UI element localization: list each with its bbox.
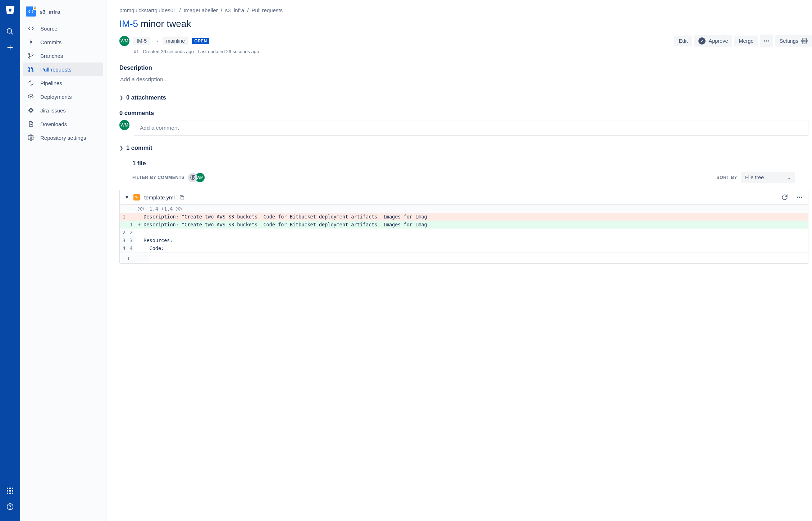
commits-toggle[interactable]: ❯ 1 commit [119, 144, 812, 151]
source-branch[interactable]: IM-5 [133, 37, 150, 45]
sidebar-item-commits[interactable]: Commits [23, 35, 103, 49]
chevron-down-icon[interactable]: ▼ [125, 195, 129, 200]
attachments-heading: 0 attachments [126, 94, 166, 101]
svg-point-27 [764, 40, 765, 41]
chevron-right-icon: ❯ [119, 95, 123, 100]
file-more-icon[interactable] [796, 194, 803, 201]
attachments-toggle[interactable]: ❯ 0 attachments [119, 94, 812, 101]
breadcrumb-project[interactable]: ImageLabeller [184, 7, 218, 13]
svg-point-20 [32, 54, 33, 55]
svg-rect-31 [181, 196, 184, 199]
source-icon [27, 25, 35, 32]
files-heading: 1 file [132, 160, 812, 167]
commits-heading: 1 commit [126, 144, 152, 151]
pull-requests-icon [27, 66, 35, 73]
create-button[interactable] [4, 42, 16, 53]
breadcrumb-separator: / [179, 7, 181, 13]
breadcrumb-workspace[interactable]: pmmquickstartguides01 [119, 7, 176, 13]
sidebar-item-pipelines[interactable]: Pipelines [23, 76, 103, 90]
sidebar-item-repo-settings[interactable]: Repository settings [23, 131, 103, 144]
breadcrumb-separator: / [221, 7, 222, 13]
diff-line[interactable]: 22 [120, 229, 808, 236]
sidebar-item-pull-requests[interactable]: Pull requests [23, 63, 103, 76]
breadcrumbs: pmmquickstartguides01 / ImageLabeller / … [119, 7, 812, 13]
project-header[interactable]: 🔒 s3_infra [23, 6, 103, 22]
comments-heading: 0 comments [119, 110, 812, 116]
file-diff-card: ▼ ✎ template.yml @@ -1,4 +1,4 @@ 1- Desc… [119, 190, 808, 264]
diff-view: @@ -1,4 +1,4 @@ 1- Description: "Create … [120, 205, 808, 263]
diff-line[interactable]: 1+ Description: "Create two AWS S3 bucke… [120, 221, 808, 229]
svg-rect-5 [9, 488, 11, 489]
help-button[interactable] [4, 501, 16, 512]
expand-down-icon: ↓ [121, 254, 136, 262]
pr-issue-link[interactable]: IM-5 [119, 18, 138, 29]
diff-hunk: @@ -1,4 +1,4 @@ [134, 205, 808, 213]
sidebar-item-source[interactable]: Source [23, 22, 103, 35]
approve-label: Approve [708, 38, 728, 44]
sidebar-item-label: Deployments [40, 94, 72, 100]
edit-button[interactable]: Edit [674, 36, 692, 46]
comment-input[interactable]: Add a comment [134, 120, 808, 136]
gear-icon [27, 134, 35, 141]
breadcrumb-separator: / [247, 7, 248, 13]
svg-point-34 [801, 197, 802, 198]
sidebar-item-downloads[interactable]: Downloads [23, 117, 103, 131]
svg-point-26 [30, 137, 32, 139]
svg-point-23 [32, 70, 33, 72]
search-button[interactable] [4, 26, 16, 37]
svg-rect-6 [12, 488, 13, 489]
sidebar-item-label: Jira issues [40, 107, 66, 114]
pipelines-icon [27, 80, 35, 86]
sidebar-item-label: Downloads [40, 121, 67, 127]
sidebar-item-branches[interactable]: Branches [23, 49, 103, 63]
refresh-icon[interactable] [781, 194, 788, 200]
svg-point-28 [766, 40, 767, 41]
arrow-right-icon: → [154, 38, 159, 44]
comment-avatar: WM [119, 120, 129, 130]
merge-button[interactable]: Merge [734, 36, 758, 46]
filter-by-comments-label: FILTER BY COMMENTS [132, 175, 184, 180]
diff-line[interactable]: 44 Code: [120, 244, 808, 252]
settings-button[interactable]: Settings [775, 35, 812, 47]
pr-title: IM-5 minor tweak [119, 18, 812, 29]
pr-meta: #1 · Created 26 seconds ago · Last updat… [134, 49, 812, 54]
svg-rect-10 [7, 493, 8, 494]
svg-point-32 [797, 197, 798, 198]
bitbucket-logo-icon[interactable] [4, 4, 16, 16]
sidebar-item-jira-issues[interactable]: Jira issues [23, 103, 103, 117]
sidebar-item-label: Pull requests [40, 66, 72, 73]
sidebar-item-deployments[interactable]: Deployments [23, 90, 103, 103]
svg-rect-11 [9, 493, 11, 494]
expand-context-button[interactable]: ↓ [120, 252, 808, 263]
svg-line-1 [11, 33, 13, 34]
svg-point-29 [768, 40, 769, 41]
more-actions-button[interactable] [760, 34, 773, 47]
downloads-icon [27, 121, 35, 127]
diff-line[interactable]: 1- Description: "Create two AWS S3 bucke… [120, 213, 808, 221]
project-name: s3_infra [40, 9, 60, 15]
svg-point-33 [799, 197, 800, 198]
copy-icon[interactable] [179, 194, 185, 200]
svg-point-21 [29, 67, 30, 69]
sidebar-item-label: Source [40, 26, 58, 32]
file-name[interactable]: template.yml [144, 194, 175, 200]
diff-line[interactable]: 33 Resources: [120, 236, 808, 244]
target-branch[interactable]: mainline [163, 37, 188, 45]
svg-rect-7 [7, 490, 8, 492]
main-content: pmmquickstartguides01 / ImageLabeller / … [106, 0, 812, 521]
breadcrumb-repo[interactable]: s3_infra [225, 7, 244, 13]
chevron-right-icon: ❯ [119, 145, 123, 151]
pr-title-text: minor tweak [138, 18, 191, 29]
svg-point-14 [10, 508, 10, 508]
svg-rect-9 [12, 490, 13, 492]
sidebar-item-label: Branches [40, 53, 63, 59]
approve-button[interactable]: ✓ Approve [694, 35, 732, 47]
author-avatar[interactable]: WM [119, 36, 129, 46]
description-heading: Description [119, 64, 812, 71]
filter-all-comments[interactable] [188, 173, 197, 182]
apps-button[interactable] [4, 485, 16, 497]
sort-select[interactable]: File tree ⌄ [741, 172, 795, 183]
breadcrumb-section[interactable]: Pull requests [251, 7, 283, 13]
sidebar-item-label: Commits [40, 39, 61, 45]
description-placeholder[interactable]: Add a description... [119, 75, 812, 84]
